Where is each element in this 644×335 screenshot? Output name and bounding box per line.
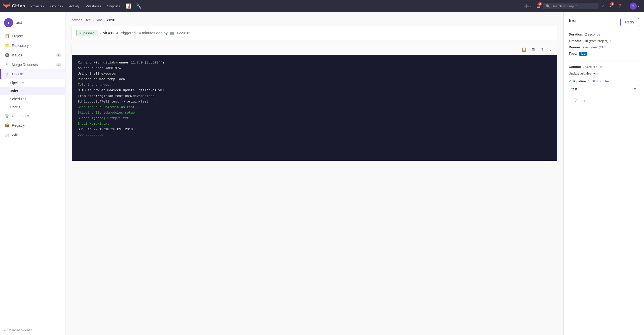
job-name: test [580,99,585,103]
sidebar-sub-schedules[interactable]: Schedules [0,95,65,103]
sidebar-username: test [16,21,22,25]
terminal-line: Skipping Git submodules setup [78,110,551,116]
terminal-line: Running on mac-temp.local... [78,77,551,82]
status-badge: ✓ passed [76,30,97,36]
duration-row: Duration: 2 seconds [569,32,639,36]
breadcrumb-devops[interactable]: devops [71,18,82,22]
terminal-line: Job succeeded [78,132,551,138]
nav-snippets[interactable]: Snippets [105,3,123,10]
terminal-wrapper: 📋 🗑 ⇑ ⇓ Running with gitlab-runner 11.7.… [71,44,557,161]
notification-badge: 2 [538,2,542,6]
job-arrow-row: → ✓ test [569,98,639,103]
terminal-line: Sun Jan 27 12:18:26 CST 2019 [78,127,551,132]
sidebar-item-merge-requests[interactable]: ⑂ Merge Requests 0 [0,60,65,69]
wiki-icon: 📖 [5,133,9,137]
issues-badge: 2 [56,53,61,57]
scroll-top-btn[interactable]: ⇑ [539,46,545,53]
chevron-down-icon: ▾ [43,5,44,8]
operations-icon: 📡 [5,114,9,118]
retry-button[interactable]: Retry [620,18,639,26]
pipeline-link[interactable]: #576 [588,79,595,83]
panel-header: test Retry [569,18,639,27]
check-pipeline-icon: ✓ [569,79,571,83]
terminal-line: 8d41ccb..2b47e91 test -> origin/test [78,99,551,105]
commit-message-row: Update .gitlab-ci.yml [569,72,639,75]
breadcrumb-test[interactable]: test [86,18,91,22]
breadcrumb-jobs[interactable]: Jobs [96,18,102,22]
job-title: Job #1231 triggered 14 minutes ago by 🤖 … [100,31,191,35]
collapse-sidebar-btn[interactable]: « Collapse sidebar [0,325,65,335]
nav-projects[interactable]: Projects ▾ [28,3,47,10]
nav-activity[interactable]: Activity [66,3,82,10]
sidebar-item-cicd[interactable]: ⚡ CI / CD [0,69,65,79]
registry-icon: 📦 [5,123,9,128]
sidebar-sub-charts[interactable]: Charts [0,103,65,111]
runner-link[interactable]: ios-runner (#16) [583,45,606,49]
terminal-line: $ cat /tmp/1.txt [78,121,551,127]
todo-count-btn[interactable]: ✓ 1 [607,2,614,10]
job-status-icon: ✓ [574,98,578,103]
main-content: devops › test › Jobs › #1231 ✓ passed Jo… [65,12,563,335]
divider-1 [569,60,639,60]
stage-select[interactable]: test [569,85,639,93]
merge-requests-btn[interactable]: ⑂ [599,2,606,10]
terminal-line: Fetching changes... [78,82,551,88]
nav-groups[interactable]: Groups ▾ [48,3,66,10]
sidebar-item-wiki[interactable]: 📖 Wiki [0,130,65,140]
nav-milestones[interactable]: Milestones [83,3,103,10]
info-icon[interactable]: ℹ [610,39,612,43]
mr-badge: 0 [56,63,61,66]
sidebar-item-issues[interactable]: 🔘 Issues 2 [0,50,65,60]
sidebar-item-repository[interactable]: 📁 Repository [0,41,65,50]
wrench-icon-btn[interactable]: 🔧 [134,2,144,10]
timeout-row: Timeout: 1h (from project) ℹ [569,39,639,43]
commit-link[interactable]: 2b47e915 [583,65,597,69]
terminal-line: Checking out 2b47e915 as test... [78,105,551,110]
gitlab-logo[interactable]: GitLab [3,3,25,10]
terminal-toolbar: 📋 🗑 ⇑ ⇓ [72,44,557,55]
sidebar-item-project[interactable]: 📋 Project [0,31,65,41]
user-avatar-btn[interactable]: T ▾ [628,1,641,11]
breadcrumb-current: #1231 [106,18,116,22]
help-btn[interactable]: ❓ ▾ [615,2,627,10]
pipeline-branch-link[interactable]: test [605,79,611,83]
terminal-line: on ios-runner JaB8Tx7w [78,65,551,71]
collapse-icon: « [4,328,6,332]
sidebar-item-operations[interactable]: 📡 Operations [0,111,65,121]
scroll-bottom-btn[interactable]: ⇓ [547,46,554,53]
copy-commit-icon[interactable]: ⧉ [600,65,602,69]
logo-text: GitLab [12,4,25,8]
ios-tag: ios [579,52,587,56]
breadcrumb: devops › test › Jobs › #1231 [71,18,557,22]
terminal-line: Using Shell executor... [78,71,551,77]
todo-btn[interactable]: ☑ 2 [534,2,542,10]
job-header: ✓ passed Job #1231 triggered 14 minutes … [71,26,557,40]
create-new-btn[interactable]: ➕ ▾ [522,2,533,10]
terminal-line: HEAD is now at 8d41ccb Update .gitlab-ci… [78,88,551,93]
terminal-line: Running with gitlab-runner 11.7.0 (8bb60… [78,60,551,65]
sidebar-item-registry[interactable]: 📦 Registry [0,121,65,130]
global-search[interactable]: 🔍 [543,3,598,9]
avatar: T [630,3,637,10]
search-input[interactable] [552,4,596,8]
tags-row: Tags: ios [569,52,639,56]
sidebar-sub-jobs[interactable]: Jobs [0,87,65,95]
chart-icon-btn[interactable]: 📊 [123,2,133,10]
copy-log-btn[interactable]: 📋 [520,46,528,53]
runner-row: Runner: ios-runner (#16) [569,45,639,49]
breadcrumb-sep-1: › [84,18,85,22]
right-panel: test Retry Duration: 2 seconds Timeout: … [563,12,644,335]
issues-icon: 🔘 [5,53,9,57]
repository-icon: 📁 [5,43,9,48]
erase-log-btn[interactable]: 🗑 [530,47,537,53]
chevron-down-icon: ▾ [62,5,63,8]
panel-title: test [569,18,577,23]
breadcrumb-sep-2: › [93,18,94,22]
terminal-line: From http://gitlab.test.com/devops/test [78,93,551,99]
todo-badge: 1 [610,2,614,6]
project-icon: 📋 [5,34,9,38]
terminal-line: $ echo $(date) >/tmp/1.txt [78,116,551,121]
breadcrumb-sep-3: › [104,18,105,22]
commit-row: Commit 2b47e915 ⧉ [569,65,639,69]
sidebar-sub-pipelines[interactable]: Pipelines [0,79,65,87]
